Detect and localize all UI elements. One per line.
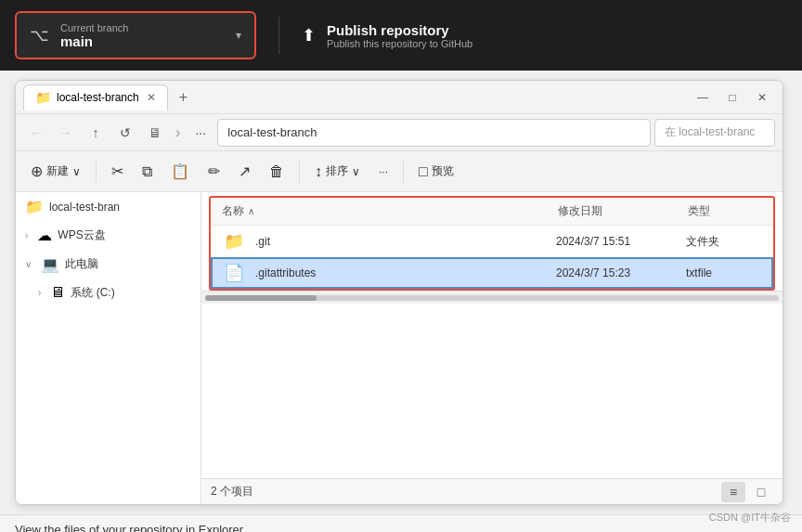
paste-button[interactable]: 📋 bbox=[163, 157, 197, 187]
git-type: 文件夹 bbox=[686, 234, 760, 250]
refresh-button[interactable]: ↺ bbox=[112, 120, 138, 146]
bottom-text-bar: View the files of your repository in Exp… bbox=[0, 514, 802, 532]
copy-button[interactable]: ⧉ bbox=[135, 157, 160, 187]
folder-icon: 📁 bbox=[224, 231, 244, 252]
more-button[interactable]: ··· bbox=[371, 157, 395, 187]
title-bar: 📁 local-test-branch ✕ + — □ ✕ bbox=[16, 81, 783, 114]
branch-button[interactable]: ⌥ Current branch main ▾ bbox=[15, 11, 256, 59]
explorer-tab[interactable]: 📁 local-test-branch ✕ bbox=[23, 84, 168, 110]
git-folder-name: 📁 .git bbox=[224, 231, 556, 252]
rename-button[interactable]: ✏ bbox=[200, 157, 227, 187]
sort-arrow-icon: ∧ bbox=[248, 206, 254, 216]
close-button[interactable]: ✕ bbox=[749, 84, 775, 110]
gitattributes-label: .gitattributes bbox=[255, 266, 316, 279]
maximize-button[interactable]: □ bbox=[719, 84, 745, 110]
branch-label: Current branch bbox=[60, 22, 228, 33]
file-table: 名称 ∧ 修改日期 类型 📁 .g bbox=[201, 192, 783, 478]
minimize-button[interactable]: — bbox=[690, 84, 716, 110]
address-bar: ← → ↑ ↺ 🖥 › ··· local-test-branch 在 loca… bbox=[16, 114, 783, 151]
scrollbar-track bbox=[205, 295, 779, 301]
sidebar-item-computer[interactable]: ∨ 💻 此电脑 bbox=[16, 250, 200, 279]
ellipsis-button[interactable]: ··· bbox=[188, 120, 213, 146]
more-icon: ··· bbox=[379, 165, 388, 178]
folder-icon: 📁 bbox=[35, 90, 51, 105]
paste-icon: 📋 bbox=[171, 162, 189, 180]
forward-button[interactable]: → bbox=[53, 120, 79, 146]
list-view-button[interactable]: ≡ bbox=[721, 482, 745, 502]
date-column-label: 修改日期 bbox=[558, 204, 602, 217]
new-label: 新建 bbox=[46, 163, 69, 179]
copy-icon: ⧉ bbox=[142, 163, 152, 180]
computer-icon: 💻 bbox=[41, 255, 59, 273]
col-date-header[interactable]: 修改日期 bbox=[558, 203, 688, 219]
drive-icon: 🖥 bbox=[50, 284, 65, 301]
sidebar-item-drive[interactable]: › 🖥 系统 (C:) bbox=[16, 279, 200, 306]
sidebar-label-wps: WPS云盘 bbox=[58, 227, 105, 243]
chevron-down-icon: ▾ bbox=[236, 29, 241, 42]
up-button[interactable]: ↑ bbox=[83, 120, 109, 146]
scrollbar-thumb bbox=[205, 295, 317, 301]
bottom-description: View the files of your repository in Exp… bbox=[15, 523, 243, 532]
tab-close-icon[interactable]: ✕ bbox=[147, 91, 156, 104]
path-separator: › bbox=[175, 124, 180, 141]
git-name: .git bbox=[255, 235, 270, 248]
status-bar: 2 个项目 ≡ □ bbox=[201, 478, 783, 504]
new-tab-button[interactable]: + bbox=[172, 87, 195, 108]
share-button[interactable]: ↗ bbox=[231, 157, 258, 187]
window-controls: — □ ✕ bbox=[690, 84, 775, 110]
toolbar-divider bbox=[278, 17, 279, 54]
search-box[interactable]: 在 local-test-branc bbox=[654, 119, 775, 147]
file-row-gitattributes[interactable]: 📄 .gitattributes 2024/3/7 15:23 txtfile bbox=[211, 257, 773, 289]
cut-button[interactable]: ✂ bbox=[104, 157, 131, 187]
github-toolbar: ⌥ Current branch main ▾ ⬆ Publish reposi… bbox=[0, 0, 802, 71]
highlighted-file-box: 名称 ∧ 修改日期 类型 📁 .g bbox=[209, 196, 775, 291]
file-header: 名称 ∧ 修改日期 类型 bbox=[211, 198, 773, 226]
publish-button[interactable]: ⬆ Publish repository Publish this reposi… bbox=[287, 11, 487, 59]
delete-icon: 🗑 bbox=[269, 163, 284, 180]
branch-text: Current branch main bbox=[60, 22, 228, 49]
publish-title: Publish repository bbox=[327, 22, 472, 38]
file-icon: 📄 bbox=[224, 263, 244, 283]
sort-button[interactable]: ↕ 排序 ∨ bbox=[307, 157, 368, 187]
toolbar-sep-1 bbox=[96, 161, 97, 183]
sidebar: 📁 local-test-bran › ☁ WPS云盘 ∨ 💻 此电脑 › 🖥 … bbox=[16, 192, 201, 504]
explorer-window: 📁 local-test-branch ✕ + — □ ✕ ← → ↑ ↺ 🖥 … bbox=[15, 80, 783, 505]
preview-button[interactable]: □ 预览 bbox=[411, 157, 461, 187]
gitattributes-name: 📄 .gitattributes bbox=[224, 263, 556, 283]
col-name-header[interactable]: 名称 ∧ bbox=[222, 203, 558, 219]
publish-icon: ⬆ bbox=[302, 25, 316, 45]
git-date: 2024/3/7 15:51 bbox=[556, 235, 686, 248]
grid-view-button[interactable]: □ bbox=[749, 482, 773, 502]
rename-icon: ✏ bbox=[208, 162, 220, 180]
sidebar-label-computer: 此电脑 bbox=[65, 256, 98, 272]
horizontal-scrollbar[interactable] bbox=[201, 291, 783, 304]
name-column-label: 名称 bbox=[222, 203, 244, 219]
publish-text: Publish repository Publish this reposito… bbox=[327, 22, 472, 49]
sidebar-item-local[interactable]: 📁 local-test-bran bbox=[16, 192, 200, 221]
toolbar-sep-2 bbox=[299, 161, 300, 183]
publish-subtitle: Publish this repository to GitHub bbox=[327, 38, 472, 49]
new-chevron: ∨ bbox=[72, 165, 81, 178]
sidebar-item-wps[interactable]: › ☁ WPS云盘 bbox=[16, 221, 200, 250]
cloud-icon: ☁ bbox=[37, 227, 52, 244]
file-area: 名称 ∧ 修改日期 类型 📁 .g bbox=[201, 192, 783, 504]
col-type-header[interactable]: 类型 bbox=[688, 203, 762, 219]
main-content: 📁 local-test-bran › ☁ WPS云盘 ∨ 💻 此电脑 › 🖥 … bbox=[16, 192, 783, 504]
address-path[interactable]: local-test-branch bbox=[217, 119, 651, 147]
folder-icon: 📁 bbox=[25, 198, 44, 215]
file-row-git[interactable]: 📁 .git 2024/3/7 15:51 文件夹 bbox=[211, 226, 773, 257]
branch-name: main bbox=[60, 33, 228, 49]
tab-title: local-test-branch bbox=[57, 91, 139, 104]
branch-icon: ⌥ bbox=[30, 25, 49, 45]
new-button[interactable]: ⊕ 新建 ∨ bbox=[23, 157, 88, 187]
back-button[interactable]: ← bbox=[23, 120, 49, 146]
new-icon: ⊕ bbox=[31, 162, 43, 180]
monitor-icon: 🖥 bbox=[142, 120, 168, 146]
gitattributes-date: 2024/3/7 15:23 bbox=[556, 266, 686, 279]
chevron-right-icon: › bbox=[25, 230, 28, 240]
path-text: local-test-branch bbox=[227, 125, 317, 139]
view-controls: ≡ □ bbox=[721, 482, 773, 502]
cut-icon: ✂ bbox=[111, 162, 123, 180]
delete-button[interactable]: 🗑 bbox=[262, 157, 291, 187]
search-placeholder: 在 local-test-branc bbox=[665, 124, 755, 140]
